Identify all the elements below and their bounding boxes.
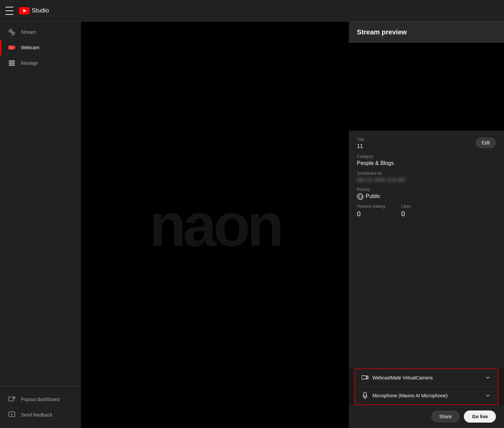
- sidebar: Stream Webcam: [0, 22, 81, 428]
- category-row: Category People & Blogs: [357, 154, 496, 166]
- popout-icon: [8, 396, 16, 403]
- content-area: naon Stream preview Title 11 Edit Catego…: [81, 22, 504, 428]
- video-watermark: naon: [149, 190, 281, 260]
- youtube-icon: [19, 7, 30, 15]
- action-row: Share Go live: [349, 405, 504, 428]
- camera-device-name: WebcastMate VirtualCamera: [372, 375, 480, 380]
- sidebar-item-stream[interactable]: Stream: [0, 24, 81, 40]
- scheduled-value: Dec 21, 2024, 9:21 AM: [357, 177, 496, 182]
- svg-rect-6: [9, 62, 15, 64]
- svg-rect-7: [9, 64, 15, 66]
- video-area: naon: [81, 22, 349, 428]
- title-label: Title: [357, 137, 364, 142]
- topbar: Studio: [0, 0, 504, 22]
- svg-point-2: [11, 31, 13, 33]
- microphone-device-row[interactable]: Microphone (Maono AI Microphone): [355, 387, 498, 404]
- microphone-chevron-icon: [484, 392, 491, 399]
- svg-rect-18: [364, 392, 366, 396]
- main-layout: Stream Webcam: [0, 22, 504, 428]
- camera-icon: [8, 44, 16, 51]
- sidebar-webcam-label: Webcam: [21, 45, 39, 50]
- stream-preview-video: [349, 43, 504, 131]
- sidebar-popout[interactable]: Popout dashboard: [0, 392, 81, 407]
- hamburger-menu[interactable]: [5, 7, 13, 15]
- svg-marker-4: [14, 46, 15, 49]
- device-panel: WebcastMate VirtualCamera: [354, 368, 499, 405]
- viewers-waiting-label: Viewers waiting: [357, 204, 385, 209]
- scheduled-label: Scheduled for: [357, 171, 496, 176]
- camera-device-row[interactable]: WebcastMate VirtualCamera: [355, 369, 498, 387]
- edit-button[interactable]: Edit: [476, 137, 496, 148]
- privacy-label: Privacy: [357, 187, 496, 192]
- microphone-device-name: Microphone (Maono AI Microphone): [372, 393, 480, 398]
- scheduled-row: Scheduled for Dec 21, 2024, 9:21 AM: [357, 171, 496, 182]
- sidebar-feedback[interactable]: Send feedback: [0, 407, 81, 423]
- stream-info-panel: Title 11 Edit Category People & Blogs Sc…: [349, 131, 504, 368]
- sidebar-stream-label: Stream: [21, 29, 36, 35]
- camera-device-icon: [362, 374, 368, 381]
- sidebar-item-manage[interactable]: Manage: [0, 55, 81, 71]
- stream-preview-title: Stream preview: [357, 28, 407, 36]
- title-row: Title 11 Edit: [357, 137, 496, 149]
- sidebar-manage-label: Manage: [21, 60, 38, 66]
- manage-icon: [8, 59, 16, 67]
- microphone-device-icon: [362, 392, 368, 399]
- svg-rect-3: [8, 46, 14, 50]
- stream-preview-header: Stream preview: [349, 22, 504, 43]
- likes-value: 0: [401, 210, 411, 218]
- golive-button[interactable]: Go live: [464, 410, 496, 423]
- sidebar-footer: Popout dashboard Send feedback: [0, 386, 81, 428]
- stats-row: Viewers waiting 0 Likes 0: [357, 204, 496, 218]
- globe-icon: [357, 193, 363, 199]
- category-label: Category: [357, 154, 496, 159]
- privacy-value: Public: [366, 193, 381, 199]
- feedback-icon: [8, 411, 16, 419]
- viewers-waiting-stat: Viewers waiting 0: [357, 204, 385, 218]
- popout-label: Popout dashboard: [21, 397, 59, 402]
- title-value: 11: [357, 143, 364, 149]
- svg-rect-5: [9, 60, 15, 62]
- sidebar-nav: Stream Webcam: [0, 24, 81, 386]
- privacy-row: Privacy Public: [357, 187, 496, 199]
- viewers-waiting-value: 0: [357, 210, 385, 218]
- camera-chevron-icon: [484, 374, 491, 381]
- svg-rect-16: [362, 376, 366, 379]
- likes-label: Likes: [401, 204, 411, 209]
- broadcast-icon: [8, 28, 16, 36]
- topbar-logo: Studio: [19, 7, 49, 15]
- privacy-value-row: Public: [357, 193, 496, 199]
- right-panel: Stream preview Title 11 Edit Category Pe…: [349, 22, 504, 428]
- svg-point-12: [11, 416, 12, 416]
- feedback-label: Send feedback: [21, 412, 52, 418]
- sidebar-item-webcam[interactable]: Webcam: [0, 40, 81, 55]
- likes-stat: Likes 0: [401, 204, 411, 218]
- share-button[interactable]: Share: [431, 410, 460, 423]
- category-value: People & Blogs: [357, 160, 496, 166]
- studio-label: Studio: [32, 7, 49, 14]
- svg-line-9: [13, 397, 15, 399]
- title-block: Title 11: [357, 137, 364, 149]
